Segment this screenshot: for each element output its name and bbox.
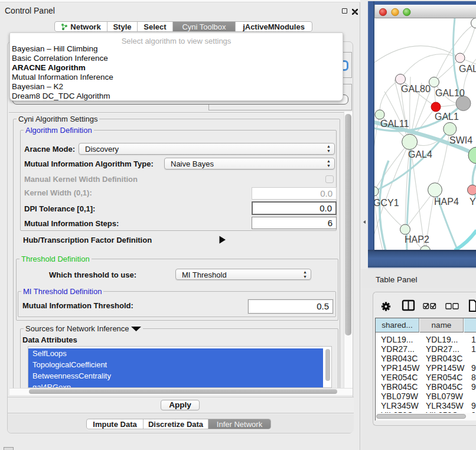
- svg-text:GAL11: GAL11: [380, 119, 409, 129]
- svg-text:GAL80: GAL80: [401, 84, 431, 94]
- svg-text:SWI4: SWI4: [449, 135, 472, 145]
- svg-text:GAL10: GAL10: [435, 88, 465, 98]
- svg-text:Y: Y: [470, 197, 476, 207]
- svg-text:GAL2: GAL2: [459, 64, 476, 74]
- svg-text:HAP2: HAP2: [405, 234, 429, 244]
- svg-text:GAL1: GAL1: [435, 112, 459, 122]
- svg-text:GCY1: GCY1: [373, 198, 399, 208]
- svg-text:GAL4: GAL4: [408, 149, 432, 159]
- svg-text:HAP4: HAP4: [434, 197, 459, 207]
